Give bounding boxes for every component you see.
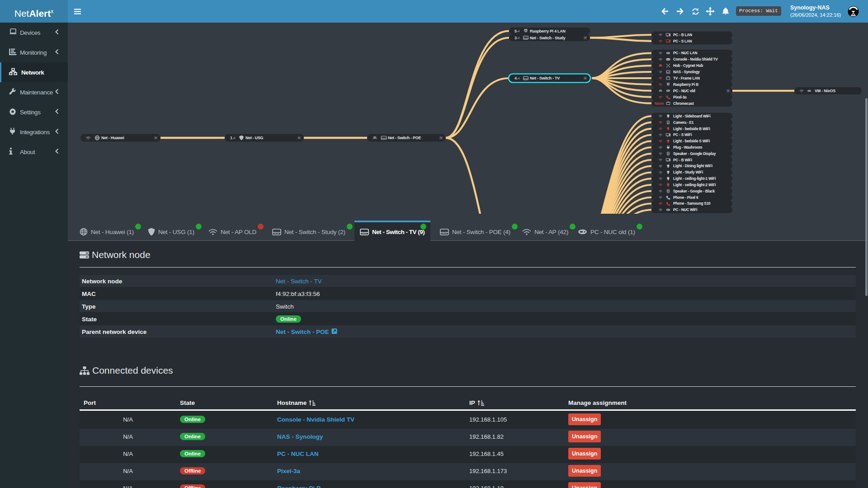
svg-text:Camera - E1: Camera - E1 <box>673 120 694 125</box>
svg-text:TV - Frame LAN: TV - Frame LAN <box>673 76 700 80</box>
svg-text:PC - NUC old: PC - NUC old <box>673 89 695 93</box>
svg-text:Speaker - Google Display: Speaker - Google Display <box>673 151 716 156</box>
svg-text:Console - Nvidia Shield TV: Console - Nvidia Shield TV <box>673 57 718 61</box>
svg-text:Light - Dining light WiFi: Light - Dining light WiFi <box>673 164 712 168</box>
svg-text:Light - bedside B WiFi: Light - bedside B WiFi <box>673 127 710 131</box>
svg-text:Net - Switch - POE: Net - Switch - POE <box>388 136 421 140</box>
svg-text:1: 1 <box>230 136 232 140</box>
svg-text:PC - NUC WiFi: PC - NUC WiFi <box>673 207 697 212</box>
svg-text:PC - S LAN: PC - S LAN <box>673 39 692 43</box>
svg-text:Net - Huawei: Net - Huawei <box>101 136 124 140</box>
svg-text:PC - B WiFi: PC - B WiFi <box>673 158 692 162</box>
svg-text:3: 3 <box>514 36 517 40</box>
svg-text:Hub - Cygnet Hub: Hub - Cygnet Hub <box>673 63 703 68</box>
svg-text:Phone - Samsung S10: Phone - Samsung S10 <box>673 201 711 206</box>
svg-text:Light - ceiling-light-2 WiFi: Light - ceiling-light-2 WiFi <box>673 183 716 187</box>
svg-text:Raspberry Pi 4 LAN: Raspberry Pi 4 LAN <box>530 29 566 33</box>
svg-text:Phone - Pixel 6: Phone - Pixel 6 <box>673 195 698 200</box>
svg-text:Pixel-3a: Pixel-3a <box>673 95 687 99</box>
svg-text:Speaker - Google - Black: Speaker - Google - Black <box>673 189 715 193</box>
svg-text:Chromecast: Chromecast <box>673 101 694 106</box>
svg-text:Light - ceiling-light-1 WiFi: Light - ceiling-light-1 WiFi <box>673 176 716 181</box>
svg-text:5: 5 <box>514 29 517 33</box>
svg-text:Light - bedside S WiFi: Light - bedside S WiFi <box>673 139 710 143</box>
svg-text:Net - Switch - Study: Net - Switch - Study <box>530 36 566 40</box>
svg-text:None: None <box>655 101 664 106</box>
svg-text:NAS - Synology: NAS - Synology <box>673 70 700 74</box>
svg-text:VM - NixOS: VM - NixOS <box>815 89 835 93</box>
svg-text:4: 4 <box>514 76 517 80</box>
svg-text:PC - NUC LAN: PC - NUC LAN <box>673 51 697 55</box>
svg-text:Light - Sideboard WiFi: Light - Sideboard WiFi <box>673 114 710 118</box>
svg-text:Net - Switch - TV: Net - Switch - TV <box>530 76 560 80</box>
svg-text:Raspberry Pi B: Raspberry Pi B <box>673 82 698 87</box>
svg-text:PC - B LAN: PC - B LAN <box>673 33 692 37</box>
svg-text:PC - S WiFi: PC - S WiFi <box>673 132 692 137</box>
svg-text:Plug - Washroom: Plug - Washroom <box>673 145 702 150</box>
svg-text:Light - Study WiFi: Light - Study WiFi <box>673 170 703 174</box>
svg-text:Net - USG: Net - USG <box>245 136 264 140</box>
